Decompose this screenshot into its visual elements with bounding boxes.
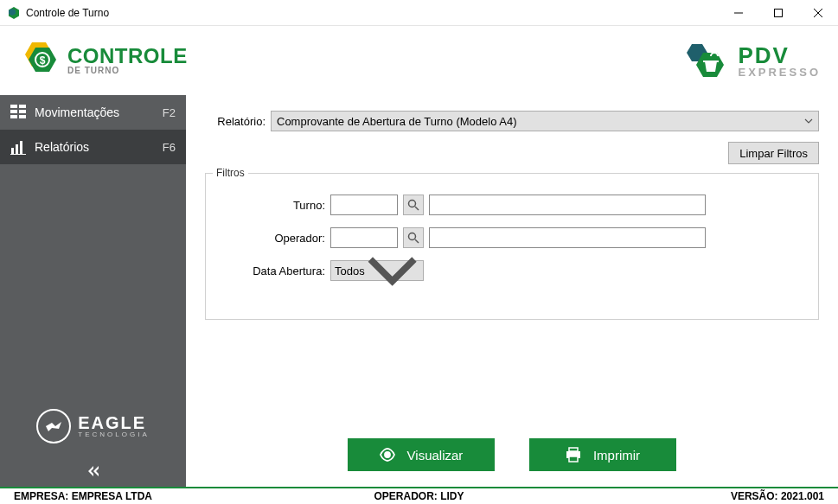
eye-icon bbox=[380, 447, 395, 463]
svg-rect-21 bbox=[20, 141, 22, 154]
grid-icon bbox=[10, 105, 26, 120]
svg-rect-15 bbox=[10, 110, 17, 113]
svg-point-23 bbox=[409, 201, 416, 207]
status-bar: EMPRESA: EMPRESA LTDA OPERADOR: LIDY VER… bbox=[0, 487, 838, 504]
chevron-double-left-icon bbox=[85, 463, 102, 480]
data-abertura-select[interactable]: Todos bbox=[330, 260, 424, 281]
visualizar-button[interactable]: Visualizar bbox=[348, 438, 495, 471]
turno-label: Turno: bbox=[221, 199, 325, 212]
content-area: Relatório: Comprovante de Abertura de Tu… bbox=[186, 95, 838, 487]
data-abertura-value: Todos bbox=[335, 265, 365, 278]
svg-rect-28 bbox=[569, 448, 578, 451]
window-title: Controle de Turno bbox=[26, 7, 719, 19]
header-banner: $ CONTROLE DE TURNO PDV EXPRESSO bbox=[0, 26, 838, 95]
filtros-legend: Filtros bbox=[213, 167, 248, 179]
operador-desc-input[interactable] bbox=[429, 227, 706, 248]
search-icon bbox=[407, 232, 419, 244]
logo-controle-turno: $ CONTROLE DE TURNO bbox=[17, 39, 188, 82]
svg-point-27 bbox=[385, 452, 390, 457]
relatorio-label: Relatório: bbox=[205, 115, 265, 128]
sidebar-item-relatorios[interactable]: Relatórios F6 bbox=[0, 130, 186, 164]
relatorio-value: Comprovante de Abertura de Turno (Modelo… bbox=[277, 115, 517, 128]
visualizar-label: Visualizar bbox=[407, 448, 464, 463]
svg-rect-19 bbox=[11, 148, 14, 154]
status-versao: VERSÃO: 2021.001 bbox=[559, 488, 838, 504]
logo-left-main: CONTROLE bbox=[67, 46, 188, 67]
eagle-logo: EAGLE TECNOLOGIA bbox=[0, 397, 186, 456]
svg-rect-18 bbox=[19, 115, 26, 118]
sidebar: Movimentações F2 Relatórios F6 EAGLE TEC… bbox=[0, 95, 186, 487]
svg-rect-13 bbox=[10, 105, 17, 108]
svg-point-25 bbox=[409, 233, 416, 240]
status-empresa: EMPRESA: EMPRESA LTDA bbox=[0, 488, 279, 504]
logo-right-main: PDV bbox=[738, 44, 821, 67]
controle-hex-icon: $ bbox=[17, 39, 61, 82]
sidebar-item-label: Relatórios bbox=[35, 140, 163, 154]
svg-rect-16 bbox=[19, 110, 26, 113]
turno-desc-input[interactable] bbox=[429, 195, 706, 215]
sidebar-item-shortcut: F2 bbox=[163, 106, 176, 119]
svg-rect-30 bbox=[569, 456, 578, 462]
imprimir-label: Imprimir bbox=[593, 448, 640, 463]
svg-text:$: $ bbox=[40, 54, 46, 67]
svg-rect-22 bbox=[10, 154, 26, 155]
chart-icon bbox=[10, 139, 26, 155]
logo-left-sub: DE TURNO bbox=[67, 67, 188, 75]
svg-rect-3 bbox=[775, 9, 783, 16]
operador-label: Operador: bbox=[221, 232, 325, 245]
titlebar: Controle de Turno bbox=[0, 0, 838, 26]
data-abertura-label: Data Abertura: bbox=[221, 265, 325, 278]
minimize-button[interactable] bbox=[719, 0, 758, 26]
eagle-icon bbox=[43, 416, 64, 437]
turno-lookup-button[interactable] bbox=[403, 195, 424, 215]
sidebar-item-label: Movimentações bbox=[35, 105, 163, 119]
svg-rect-14 bbox=[19, 105, 26, 108]
pdv-hex-icon bbox=[679, 37, 731, 85]
turno-code-input[interactable] bbox=[330, 195, 398, 215]
limpar-filtros-button[interactable]: Limpar Filtros bbox=[728, 142, 819, 164]
status-operador: OPERADOR: LIDY bbox=[279, 488, 559, 504]
svg-rect-17 bbox=[10, 115, 17, 118]
logo-right-sub: EXPRESSO bbox=[738, 67, 821, 78]
imprimir-button[interactable]: Imprimir bbox=[529, 438, 676, 471]
chevron-down-icon bbox=[804, 117, 813, 125]
search-icon bbox=[407, 199, 419, 211]
logo-pdv-expresso: PDV EXPRESSO bbox=[679, 37, 821, 85]
relatorio-select[interactable]: Comprovante de Abertura de Turno (Modelo… bbox=[271, 111, 819, 131]
eagle-main: EAGLE bbox=[78, 414, 149, 431]
close-button[interactable] bbox=[798, 0, 838, 26]
printer-icon bbox=[566, 447, 581, 463]
sidebar-item-shortcut: F6 bbox=[163, 141, 176, 154]
svg-line-24 bbox=[415, 207, 419, 210]
collapse-sidebar-button[interactable] bbox=[0, 456, 186, 487]
app-icon bbox=[7, 6, 21, 20]
chevron-down-icon bbox=[365, 243, 419, 297]
maximize-button[interactable] bbox=[758, 0, 798, 26]
sidebar-item-movimentacoes[interactable]: Movimentações F2 bbox=[0, 95, 186, 130]
svg-rect-20 bbox=[16, 144, 18, 154]
eagle-sub: TECNOLOGIA bbox=[78, 431, 149, 438]
filtros-fieldset: Filtros Turno: Operador: Data Abertura: bbox=[205, 173, 819, 320]
